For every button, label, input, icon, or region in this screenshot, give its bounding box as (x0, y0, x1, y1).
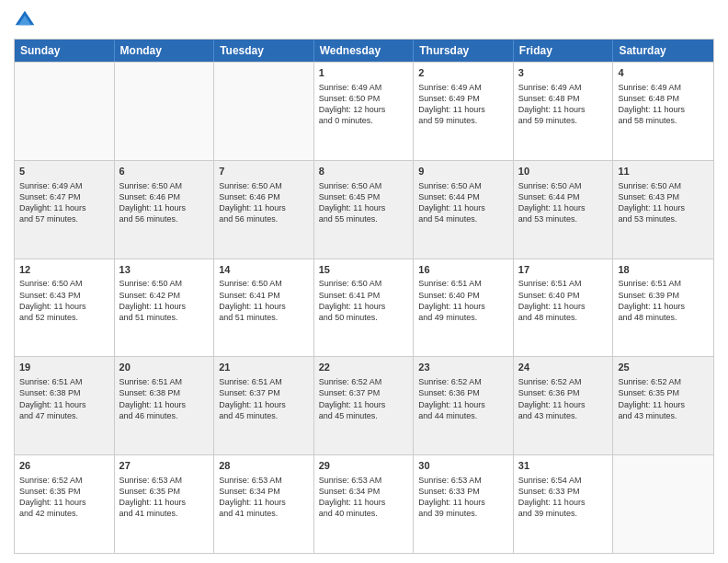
cell-detail: and 59 minutes. (518, 115, 609, 126)
calendar-cell (613, 455, 713, 553)
cell-detail: Daylight: 11 hours (119, 301, 210, 312)
cell-detail: Daylight: 11 hours (418, 301, 508, 312)
day-number: 8 (319, 165, 409, 178)
cell-detail: Sunset: 6:33 PM (418, 486, 508, 497)
calendar-cell (115, 63, 215, 160)
cell-detail: Sunrise: 6:52 AM (19, 475, 109, 486)
cell-detail: Sunrise: 6:54 AM (518, 475, 609, 486)
cell-detail: and 41 minutes. (219, 508, 309, 519)
calendar-cell: 2Sunrise: 6:49 AMSunset: 6:49 PMDaylight… (414, 63, 514, 160)
day-number: 11 (618, 165, 709, 178)
cell-detail: Sunrise: 6:51 AM (518, 278, 609, 289)
day-number: 9 (418, 165, 508, 178)
cell-detail: Sunset: 6:41 PM (319, 290, 409, 301)
calendar-cell: 4Sunrise: 6:49 AMSunset: 6:48 PMDaylight… (613, 63, 713, 160)
cell-detail: Sunset: 6:40 PM (418, 290, 508, 301)
calendar-cell: 23Sunrise: 6:52 AMSunset: 6:36 PMDayligh… (414, 357, 514, 454)
cell-detail: and 46 minutes. (119, 410, 210, 421)
day-number: 28 (219, 459, 309, 473)
cell-detail: Daylight: 11 hours (418, 104, 508, 115)
calendar-cell: 31Sunrise: 6:54 AMSunset: 6:33 PMDayligh… (514, 455, 614, 553)
day-number: 1 (319, 66, 409, 80)
cell-detail: Daylight: 11 hours (319, 497, 409, 508)
calendar-cell: 7Sunrise: 6:50 AMSunset: 6:46 PMDaylight… (214, 161, 314, 259)
cell-detail: Sunset: 6:46 PM (119, 191, 210, 202)
calendar-cell: 17Sunrise: 6:51 AMSunset: 6:40 PMDayligh… (514, 259, 614, 357)
cell-detail: Sunrise: 6:50 AM (219, 278, 309, 289)
cell-detail: and 50 minutes. (319, 312, 409, 323)
calendar-cell: 27Sunrise: 6:53 AMSunset: 6:35 PMDayligh… (115, 455, 215, 553)
day-number: 2 (418, 66, 508, 80)
logo-icon (14, 9, 36, 31)
calendar-cell: 24Sunrise: 6:52 AMSunset: 6:36 PMDayligh… (514, 357, 614, 454)
day-number: 17 (518, 263, 609, 277)
cell-detail: Sunrise: 6:51 AM (119, 376, 210, 387)
cell-detail: and 43 minutes. (618, 410, 709, 421)
cell-detail: and 43 minutes. (518, 410, 609, 421)
day-number: 30 (418, 459, 508, 473)
calendar-cell: 12Sunrise: 6:50 AMSunset: 6:43 PMDayligh… (15, 259, 115, 357)
cell-detail: and 44 minutes. (418, 410, 508, 421)
calendar-cell: 25Sunrise: 6:52 AMSunset: 6:35 PMDayligh… (613, 357, 713, 454)
cell-detail: and 53 minutes. (518, 213, 609, 224)
cell-detail: Sunrise: 6:50 AM (518, 180, 609, 191)
weekday-header-friday: Friday (514, 40, 614, 62)
cell-detail: and 42 minutes. (19, 508, 109, 519)
calendar-cell (15, 63, 115, 160)
cell-detail: Sunset: 6:36 PM (418, 387, 508, 398)
cell-detail: Sunset: 6:40 PM (518, 290, 609, 301)
logo (14, 9, 40, 31)
cell-detail: Sunset: 6:34 PM (219, 486, 309, 497)
day-number: 12 (19, 263, 109, 277)
cell-detail: Daylight: 11 hours (418, 497, 508, 508)
cell-detail: Daylight: 12 hours (319, 104, 409, 115)
calendar-cell: 11Sunrise: 6:50 AMSunset: 6:43 PMDayligh… (613, 161, 713, 259)
day-number: 4 (618, 66, 709, 80)
cell-detail: Daylight: 11 hours (518, 497, 609, 508)
cell-detail: Sunrise: 6:51 AM (19, 376, 109, 387)
day-number: 27 (119, 459, 210, 473)
cell-detail: Sunset: 6:49 PM (418, 93, 508, 104)
calendar-row-3: 12Sunrise: 6:50 AMSunset: 6:43 PMDayligh… (15, 259, 713, 357)
cell-detail: Sunrise: 6:51 AM (418, 278, 508, 289)
cell-detail: Daylight: 11 hours (219, 202, 309, 213)
day-number: 25 (618, 361, 709, 374)
cell-detail: Daylight: 11 hours (19, 202, 109, 213)
cell-detail: and 39 minutes. (418, 508, 508, 519)
cell-detail: and 56 minutes. (119, 213, 210, 224)
cell-detail: Sunset: 6:35 PM (119, 486, 210, 497)
day-number: 29 (319, 459, 409, 473)
cell-detail: Sunrise: 6:51 AM (618, 278, 709, 289)
calendar-cell: 10Sunrise: 6:50 AMSunset: 6:44 PMDayligh… (514, 161, 614, 259)
day-number: 26 (19, 459, 109, 473)
cell-detail: Sunrise: 6:50 AM (19, 278, 109, 289)
cell-detail: Sunset: 6:42 PM (119, 290, 210, 301)
cell-detail: Sunrise: 6:49 AM (319, 82, 409, 93)
day-number: 31 (518, 459, 609, 473)
cell-detail: Sunset: 6:44 PM (418, 191, 508, 202)
cell-detail: Sunrise: 6:50 AM (119, 278, 210, 289)
calendar-cell: 14Sunrise: 6:50 AMSunset: 6:41 PMDayligh… (214, 259, 314, 357)
day-number: 5 (19, 165, 109, 178)
weekday-header-sunday: Sunday (15, 40, 115, 62)
day-number: 21 (219, 361, 309, 374)
calendar-row-1: 1Sunrise: 6:49 AMSunset: 6:50 PMDaylight… (15, 62, 713, 160)
calendar-cell: 5Sunrise: 6:49 AMSunset: 6:47 PMDaylight… (15, 161, 115, 259)
calendar-cell (214, 63, 314, 160)
cell-detail: Daylight: 11 hours (319, 202, 409, 213)
cell-detail: Sunset: 6:44 PM (518, 191, 609, 202)
cell-detail: Daylight: 11 hours (618, 301, 709, 312)
day-number: 24 (518, 361, 609, 374)
cell-detail: and 47 minutes. (19, 410, 109, 421)
cell-detail: Daylight: 11 hours (418, 202, 508, 213)
cell-detail: Sunrise: 6:52 AM (518, 376, 609, 387)
cell-detail: Daylight: 11 hours (518, 399, 609, 410)
cell-detail: and 57 minutes. (19, 213, 109, 224)
weekday-header-thursday: Thursday (414, 40, 514, 62)
cell-detail: Sunrise: 6:50 AM (119, 180, 210, 191)
calendar-cell: 29Sunrise: 6:53 AMSunset: 6:34 PMDayligh… (314, 455, 415, 553)
cell-detail: Daylight: 11 hours (618, 202, 709, 213)
day-number: 22 (319, 361, 409, 374)
calendar-cell: 18Sunrise: 6:51 AMSunset: 6:39 PMDayligh… (613, 259, 713, 357)
cell-detail: and 54 minutes. (418, 213, 508, 224)
